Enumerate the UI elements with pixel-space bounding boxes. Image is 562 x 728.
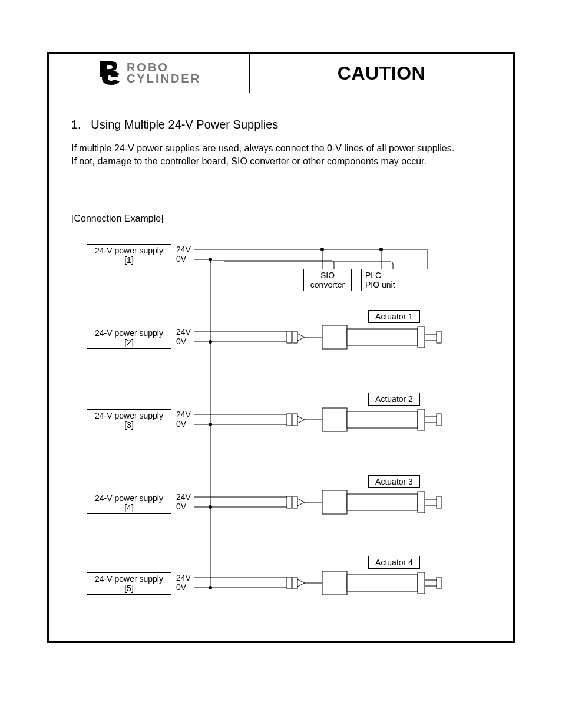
svg-point-21 [209, 340, 212, 344]
caution-cell: CAUTION [250, 54, 513, 93]
connection-example-label: [Connection Example] [71, 213, 491, 224]
rc-logo-icon [97, 61, 124, 85]
document-frame: ROBO CYLINDER CAUTION 1. Using Multiple … [47, 52, 515, 643]
logo: ROBO CYLINDER [97, 61, 201, 85]
content-area: 1. Using Multiple 24-V Power Supplies If… [49, 93, 513, 600]
connection-diagram: 24-V power supply [1] 24V 0V 24-V power … [87, 235, 499, 600]
wiring-svg [87, 235, 499, 600]
section-title: Using Multiple 24-V Power Supplies [91, 118, 278, 131]
section-heading: 1. Using Multiple 24-V Power Supplies [71, 118, 491, 131]
caution-heading: CAUTION [338, 62, 425, 84]
logo-line2: CYLINDER [127, 73, 201, 84]
body-line-1: If multiple 24-V power supplies are used… [71, 142, 491, 155]
body-text: If multiple 24-V power supplies are used… [71, 142, 491, 167]
logo-cell: ROBO CYLINDER [49, 54, 250, 93]
body-line-2: If not, damage to the controller board, … [71, 155, 491, 168]
section-number: 1. [71, 118, 81, 131]
header-row: ROBO CYLINDER CAUTION [49, 54, 513, 93]
svg-point-24 [209, 423, 212, 426]
svg-point-30 [209, 586, 212, 589]
svg-point-27 [209, 505, 212, 509]
svg-point-16 [379, 248, 383, 251]
page: ROBO CYLINDER CAUTION 1. Using Multiple … [0, 0, 562, 728]
svg-point-14 [320, 248, 324, 251]
